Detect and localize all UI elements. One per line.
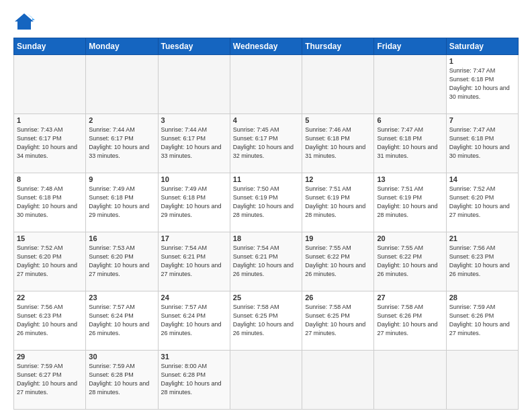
day-header-monday: Monday bbox=[86, 38, 158, 55]
logo bbox=[13, 12, 38, 31]
cell-content: Sunrise: 7:57 AMSunset: 6:24 PMDaylight:… bbox=[89, 303, 154, 338]
calendar-cell: 3Sunrise: 7:44 AMSunset: 6:17 PMDaylight… bbox=[158, 114, 230, 173]
calendar-cell bbox=[446, 351, 518, 410]
day-number: 8 bbox=[17, 175, 83, 183]
day-header-tuesday: Tuesday bbox=[158, 38, 230, 55]
cell-content: Sunrise: 7:45 AMSunset: 6:17 PMDaylight:… bbox=[233, 126, 299, 161]
calendar-week-3: 8Sunrise: 7:48 AMSunset: 6:18 PMDaylight… bbox=[14, 173, 519, 232]
calendar-cell: 15Sunrise: 7:52 AMSunset: 6:20 PMDayligh… bbox=[14, 232, 86, 291]
day-number: 19 bbox=[305, 234, 371, 242]
day-number: 23 bbox=[89, 293, 154, 302]
day-number: 26 bbox=[305, 293, 371, 302]
cell-content: Sunrise: 7:58 AMSunset: 6:25 PMDaylight:… bbox=[305, 303, 371, 338]
calendar-week-2: 1Sunrise: 7:43 AMSunset: 6:17 PMDaylight… bbox=[14, 114, 519, 173]
calendar-week-6: 29Sunrise: 7:59 AMSunset: 6:27 PMDayligh… bbox=[14, 351, 519, 410]
cell-content: Sunrise: 8:00 AMSunset: 6:28 PMDaylight:… bbox=[161, 362, 227, 397]
cell-content: Sunrise: 7:44 AMSunset: 6:17 PMDaylight:… bbox=[161, 126, 227, 161]
cell-content: Sunrise: 7:51 AMSunset: 6:19 PMDaylight:… bbox=[305, 185, 371, 220]
calendar-cell: 23Sunrise: 7:57 AMSunset: 6:24 PMDayligh… bbox=[86, 291, 158, 351]
day-number: 28 bbox=[449, 293, 515, 302]
calendar-week-4: 15Sunrise: 7:52 AMSunset: 6:20 PMDayligh… bbox=[14, 232, 519, 291]
calendar-cell: 14Sunrise: 7:52 AMSunset: 6:20 PMDayligh… bbox=[446, 173, 518, 232]
calendar-cell: 30Sunrise: 7:59 AMSunset: 6:28 PMDayligh… bbox=[86, 351, 158, 410]
calendar-cell: 5Sunrise: 7:46 AMSunset: 6:18 PMDaylight… bbox=[302, 114, 374, 173]
cell-content: Sunrise: 7:59 AMSunset: 6:27 PMDaylight:… bbox=[17, 362, 83, 397]
day-header-friday: Friday bbox=[374, 38, 446, 55]
cell-content: Sunrise: 7:47 AMSunset: 6:18 PMDaylight:… bbox=[377, 126, 443, 161]
day-header-thursday: Thursday bbox=[302, 38, 374, 55]
cell-content: Sunrise: 7:57 AMSunset: 6:24 PMDaylight:… bbox=[161, 303, 227, 338]
day-number: 29 bbox=[17, 353, 83, 361]
cell-content: Sunrise: 7:52 AMSunset: 6:20 PMDaylight:… bbox=[17, 244, 83, 279]
calendar-cell bbox=[158, 55, 230, 114]
cell-content: Sunrise: 7:55 AMSunset: 6:22 PMDaylight:… bbox=[305, 244, 371, 279]
day-number: 20 bbox=[377, 234, 443, 242]
cell-content: Sunrise: 7:43 AMSunset: 6:17 PMDaylight:… bbox=[17, 126, 83, 161]
calendar-cell: 27Sunrise: 7:58 AMSunset: 6:26 PMDayligh… bbox=[374, 291, 446, 351]
calendar-week-1: 1Sunrise: 7:47 AMSunset: 6:18 PMDaylight… bbox=[14, 55, 519, 114]
calendar-cell bbox=[302, 55, 374, 114]
calendar-cell: 17Sunrise: 7:54 AMSunset: 6:21 PMDayligh… bbox=[158, 232, 230, 291]
cell-content: Sunrise: 7:47 AMSunset: 6:18 PMDaylight:… bbox=[449, 66, 515, 101]
calendar-cell: 24Sunrise: 7:57 AMSunset: 6:24 PMDayligh… bbox=[158, 291, 230, 351]
calendar-cell: 13Sunrise: 7:51 AMSunset: 6:19 PMDayligh… bbox=[374, 173, 446, 232]
cell-content: Sunrise: 7:55 AMSunset: 6:22 PMDaylight:… bbox=[377, 244, 443, 279]
cell-content: Sunrise: 7:56 AMSunset: 6:23 PMDaylight:… bbox=[449, 244, 515, 279]
cell-content: Sunrise: 7:59 AMSunset: 6:28 PMDaylight:… bbox=[89, 362, 154, 397]
calendar-cell: 21Sunrise: 7:56 AMSunset: 6:23 PMDayligh… bbox=[446, 232, 518, 291]
day-number: 6 bbox=[377, 116, 443, 124]
cell-content: Sunrise: 7:52 AMSunset: 6:20 PMDaylight:… bbox=[449, 185, 515, 220]
calendar-cell bbox=[230, 351, 302, 410]
day-number: 25 bbox=[233, 293, 299, 302]
day-number: 2 bbox=[89, 116, 154, 124]
day-number: 11 bbox=[233, 175, 299, 183]
calendar-page: SundayMondayTuesdayWednesdayThursdayFrid… bbox=[0, 0, 532, 411]
day-header-wednesday: Wednesday bbox=[230, 38, 302, 55]
day-number: 4 bbox=[233, 116, 299, 124]
day-number: 9 bbox=[89, 175, 154, 183]
calendar-cell bbox=[374, 351, 446, 410]
day-number: 30 bbox=[89, 353, 154, 361]
calendar-cell: 11Sunrise: 7:50 AMSunset: 6:19 PMDayligh… bbox=[230, 173, 302, 232]
calendar-cell: 25Sunrise: 7:58 AMSunset: 6:25 PMDayligh… bbox=[230, 291, 302, 351]
cell-content: Sunrise: 7:49 AMSunset: 6:18 PMDaylight:… bbox=[89, 185, 154, 220]
cell-content: Sunrise: 7:54 AMSunset: 6:21 PMDaylight:… bbox=[161, 244, 227, 279]
day-number: 21 bbox=[449, 234, 515, 242]
calendar-cell: 7Sunrise: 7:47 AMSunset: 6:18 PMDaylight… bbox=[446, 114, 518, 173]
cell-content: Sunrise: 7:58 AMSunset: 6:25 PMDaylight:… bbox=[233, 303, 299, 338]
calendar-cell: 16Sunrise: 7:53 AMSunset: 6:20 PMDayligh… bbox=[86, 232, 158, 291]
day-number: 5 bbox=[305, 116, 371, 124]
logo-icon bbox=[13, 12, 35, 31]
calendar-cell: 31Sunrise: 8:00 AMSunset: 6:28 PMDayligh… bbox=[158, 351, 230, 410]
day-number: 16 bbox=[89, 234, 154, 242]
calendar-cell bbox=[230, 55, 302, 114]
calendar-cell: 18Sunrise: 7:54 AMSunset: 6:21 PMDayligh… bbox=[230, 232, 302, 291]
day-number: 14 bbox=[449, 175, 515, 183]
day-header-sunday: Sunday bbox=[14, 38, 86, 55]
calendar-cell: 6Sunrise: 7:47 AMSunset: 6:18 PMDaylight… bbox=[374, 114, 446, 173]
calendar-cell bbox=[374, 55, 446, 114]
cell-content: Sunrise: 7:48 AMSunset: 6:18 PMDaylight:… bbox=[17, 185, 83, 220]
day-number: 13 bbox=[377, 175, 443, 183]
cell-content: Sunrise: 7:49 AMSunset: 6:18 PMDaylight:… bbox=[161, 185, 227, 220]
cell-content: Sunrise: 7:46 AMSunset: 6:18 PMDaylight:… bbox=[305, 126, 371, 161]
calendar-cell: 26Sunrise: 7:58 AMSunset: 6:25 PMDayligh… bbox=[302, 291, 374, 351]
cell-content: Sunrise: 7:44 AMSunset: 6:17 PMDaylight:… bbox=[89, 126, 154, 161]
day-number: 7 bbox=[449, 116, 515, 124]
calendar-cell bbox=[14, 55, 86, 114]
calendar-cell: 9Sunrise: 7:49 AMSunset: 6:18 PMDaylight… bbox=[86, 173, 158, 232]
calendar-cell: 10Sunrise: 7:49 AMSunset: 6:18 PMDayligh… bbox=[158, 173, 230, 232]
calendar-cell: 8Sunrise: 7:48 AMSunset: 6:18 PMDaylight… bbox=[14, 173, 86, 232]
calendar-cell: 12Sunrise: 7:51 AMSunset: 6:19 PMDayligh… bbox=[302, 173, 374, 232]
day-number: 22 bbox=[17, 293, 83, 302]
cell-content: Sunrise: 7:53 AMSunset: 6:20 PMDaylight:… bbox=[89, 244, 154, 279]
calendar-cell: 1Sunrise: 7:47 AMSunset: 6:18 PMDaylight… bbox=[446, 55, 518, 114]
cell-content: Sunrise: 7:56 AMSunset: 6:23 PMDaylight:… bbox=[17, 303, 83, 338]
day-number: 1 bbox=[17, 116, 83, 124]
svg-marker-0 bbox=[15, 13, 34, 30]
cell-content: Sunrise: 7:47 AMSunset: 6:18 PMDaylight:… bbox=[449, 126, 515, 161]
cell-content: Sunrise: 7:59 AMSunset: 6:26 PMDaylight:… bbox=[449, 303, 515, 338]
calendar-cell bbox=[302, 351, 374, 410]
header-row: SundayMondayTuesdayWednesdayThursdayFrid… bbox=[14, 38, 519, 55]
calendar-cell: 2Sunrise: 7:44 AMSunset: 6:17 PMDaylight… bbox=[86, 114, 158, 173]
